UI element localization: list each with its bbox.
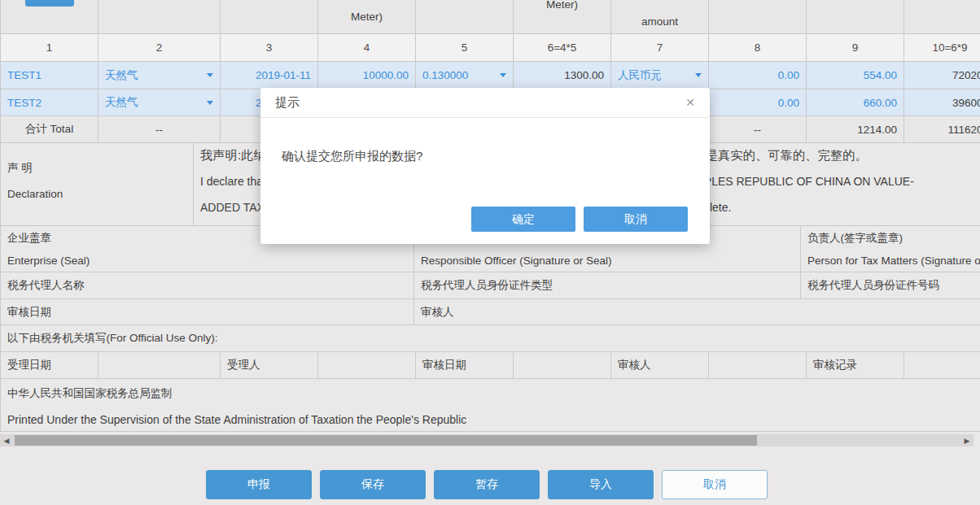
confirm-button[interactable]: 确定 <box>471 207 575 232</box>
scroll-right-arrow-icon[interactable]: ▶ <box>960 434 973 446</box>
enterprise-seal-en: Enterprise (Seal) <box>7 252 90 270</box>
total-col9: 1214.00 <box>807 116 904 142</box>
audit-date-value <box>514 352 611 378</box>
cell-col8[interactable]: 0.00 <box>709 89 807 115</box>
col-num-1: 1 <box>1 34 98 61</box>
cell-col10: 720200 <box>904 62 980 89</box>
tax-matters-person-cn: 负责人(签字或盖章) <box>807 229 903 247</box>
total-col8: -- <box>709 116 807 142</box>
cell-currency-select[interactable]: 人民币元 <box>611 62 709 89</box>
save-button[interactable]: 保存 <box>320 470 426 499</box>
col-num-5: 5 <box>416 34 514 61</box>
col-num-3: 3 <box>221 34 318 61</box>
import-button[interactable]: 导入 <box>548 470 654 499</box>
supervision-text-en: Printed Under the Supervision of the Sta… <box>7 410 466 429</box>
agent-id-type-label: 税务代理人员身份证件类型 <box>414 272 801 298</box>
audit-date-label: 审核日期 <box>416 352 514 378</box>
declaration-label-en: Declaration <box>7 182 63 207</box>
header-cell-8 <box>709 0 807 33</box>
reviewer-label: 审核人 <box>414 299 980 324</box>
hold-button[interactable]: 暂存 <box>434 470 540 499</box>
auditor-value <box>709 352 807 378</box>
col-num-4: 4 <box>318 34 416 61</box>
col-num-10: 10=6*9 <box>904 34 980 61</box>
cell-project-name[interactable]: TEST1 <box>1 62 98 89</box>
scroll-left-arrow-icon[interactable]: ◀ <box>0 434 13 446</box>
cell-col10: 396000 <box>904 89 980 115</box>
audit-record-value <box>904 352 980 378</box>
header-label-amount: amount <box>611 15 708 28</box>
selected-product: 天然气 <box>105 95 138 110</box>
table-header-row-partial: Meter) Meter) amount <box>1 0 980 34</box>
tax-matters-person-cell: 负责人(签字或盖章) Person for Tax Matters (Signa… <box>801 226 980 272</box>
cell-quantity[interactable]: 10000.00 <box>318 62 416 89</box>
cell-col9[interactable]: 554.00 <box>807 62 904 89</box>
agent-name-label: 税务代理人名称 <box>1 272 414 298</box>
cell-amount: 1300.00 <box>514 62 611 89</box>
tax-matters-person-en: Person for Tax Matters (Signature or Sea… <box>807 252 980 270</box>
dialog-titlebar: 提示 ✕ <box>260 88 710 118</box>
dialog-title: 提示 <box>275 95 300 111</box>
auditor-label: 审核人 <box>611 352 709 378</box>
dialog-buttons: 确定 取消 <box>471 207 688 232</box>
total-col10: 1116200 <box>904 116 980 142</box>
cell-date[interactable]: 2019-01-11 <box>221 62 318 89</box>
acceptance-row: 受理日期 受理人 审核日期 审核人 审核记录 <box>1 352 980 379</box>
header-cell-3 <box>221 0 318 33</box>
supervision-text-cn: 中华人民共和国国家税务总局监制 <box>7 384 173 403</box>
confirm-dialog: 提示 ✕ 确认提交您所申报的数据? 确定 取消 <box>260 88 710 244</box>
cell-project-name[interactable]: TEST2 <box>1 89 98 115</box>
tax-declaration-page: Meter) Meter) amount 1 2 3 4 5 6=4*5 7 8… <box>0 0 980 505</box>
scrollbar-thumb[interactable] <box>15 435 757 446</box>
acceptance-date-label: 受理日期 <box>1 352 98 378</box>
chevron-down-icon <box>500 73 506 81</box>
official-use-row: 以下由税务机关填写(For Official Use Only): <box>1 325 980 352</box>
supervision-footer-row: 中华人民共和国国家税务总局监制 Printed Under the Superv… <box>1 379 980 432</box>
selected-currency: 人民币元 <box>618 68 662 83</box>
header-cell-10 <box>904 0 980 33</box>
col-num-2: 2 <box>98 34 221 61</box>
official-use-label: 以下由税务机关填写(For Official Use Only): <box>1 325 980 351</box>
cell-product-select[interactable]: 天然气 <box>98 89 221 115</box>
supervision-footer-cell: 中华人民共和国国家税务总局监制 Printed Under the Superv… <box>1 379 980 431</box>
review-row: 审核日期 审核人 <box>1 299 980 325</box>
declaration-label-cn: 声 明 <box>7 156 33 181</box>
declare-button[interactable]: 申报 <box>206 470 312 499</box>
close-icon[interactable]: ✕ <box>685 96 695 109</box>
header-cell-2 <box>98 0 221 33</box>
total-col2: -- <box>98 116 221 142</box>
chevron-down-icon <box>207 73 213 81</box>
horizontal-scrollbar[interactable]: ◀ ▶ <box>0 434 973 446</box>
cell-col9[interactable]: 660.00 <box>807 89 904 115</box>
audit-record-label: 审核记录 <box>807 352 904 378</box>
chevron-down-icon <box>207 101 213 108</box>
header-cell-6: Meter) <box>514 0 611 33</box>
dialog-cancel-button[interactable]: 取消 <box>584 207 688 232</box>
cell-rate-select[interactable]: 0.130000 <box>416 62 514 89</box>
cell-product-select[interactable]: 天然气 <box>98 62 221 89</box>
col-num-8: 8 <box>709 34 807 61</box>
column-number-row: 1 2 3 4 5 6=4*5 7 8 9 10=6*9 <box>1 34 980 62</box>
header-cell-4: Meter) <box>318 0 416 33</box>
cell-col8[interactable]: 0.00 <box>709 62 807 89</box>
selected-rate: 0.130000 <box>422 69 468 81</box>
header-label-meter-2: Meter) <box>514 0 610 11</box>
action-button-row: 申报 保存 暂存 导入 取消 <box>206 470 768 499</box>
partial-toolbar-button[interactable] <box>25 0 74 7</box>
dialog-message: 确认提交您所申报的数据? <box>260 118 710 164</box>
declaration-label-cell: 声 明 Declaration <box>1 143 194 225</box>
enterprise-seal-cn: 企业盖章 <box>7 229 51 247</box>
col-num-7: 7 <box>611 34 709 61</box>
header-cell-1 <box>1 0 98 33</box>
total-label: 合计 Total <box>1 116 98 142</box>
col-num-6: 6=4*5 <box>514 34 611 61</box>
chevron-down-icon <box>695 73 702 81</box>
acceptance-person-label: 受理人 <box>221 352 318 378</box>
cancel-button[interactable]: 取消 <box>662 470 768 499</box>
responsible-officer-en: Responsible Officer (Signature or Seal) <box>421 252 612 270</box>
header-cell-7: amount <box>611 0 709 33</box>
agent-id-number-label: 税务代理人员身份证件号码 <box>801 272 980 298</box>
header-cell-9 <box>807 0 904 33</box>
header-label-meter: Meter) <box>318 11 415 23</box>
acceptance-date-value <box>98 352 221 378</box>
